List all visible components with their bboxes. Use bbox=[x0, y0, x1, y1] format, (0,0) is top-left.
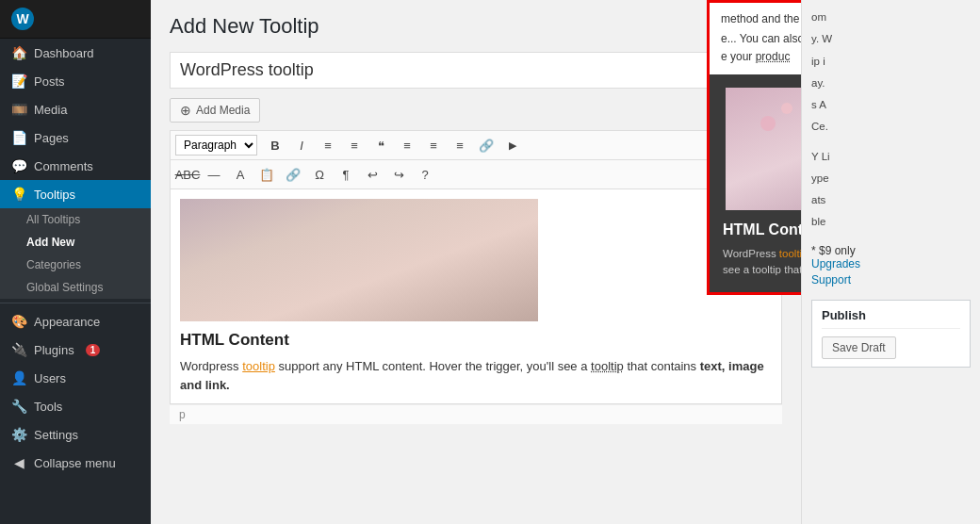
sidebar-item-all-tooltips[interactable]: All Tooltips bbox=[0, 208, 151, 231]
tooltips-icon: 💡 bbox=[11, 187, 26, 202]
sidebar-item-label: Tools bbox=[34, 400, 62, 414]
tooltip-scroll-text3a: e your bbox=[721, 50, 756, 63]
editor-tooltip-underline: tooltip bbox=[591, 359, 624, 373]
indent-button[interactable]: ¶ bbox=[334, 163, 358, 186]
sidebar-item-add-new[interactable]: Add New bbox=[0, 231, 151, 254]
align-right-button[interactable]: ≡ bbox=[448, 134, 472, 156]
tooltip-scroll-link2: produc bbox=[756, 50, 791, 63]
sidebar-item-label: Media bbox=[34, 103, 67, 117]
collapse-icon: ◀ bbox=[11, 455, 26, 470]
add-media-button[interactable]: ⊕ Add Media bbox=[170, 98, 260, 123]
paste-button[interactable]: 📋 bbox=[254, 163, 279, 186]
save-draft-button[interactable]: Save Draft bbox=[822, 336, 896, 359]
sidebar-divider bbox=[0, 303, 151, 303]
editor-paragraph: Wordpress tooltip support any HTML conte… bbox=[180, 357, 772, 394]
bold-button[interactable]: B bbox=[263, 134, 287, 156]
sidebar-item-label: Dashboard bbox=[34, 46, 94, 60]
editor-footer: p bbox=[170, 404, 782, 424]
tooltip-scroll-text-1: method and the hidden method for the too… bbox=[721, 10, 801, 28]
align-left-button[interactable]: ≡ bbox=[395, 134, 419, 156]
main-inner: Add New Tooltip ⊕ Add Media Paragraph He… bbox=[151, 0, 801, 524]
sidebar-item-comments[interactable]: 💬 Comments bbox=[0, 152, 151, 180]
sidebar-item-plugins[interactable]: 🔌 Plugins 1 bbox=[0, 336, 151, 364]
page-title: Add New Tooltip bbox=[170, 14, 782, 39]
link-button[interactable]: 🔗 bbox=[474, 134, 498, 156]
editor-content[interactable]: HTML Content Wordpress tooltip support a… bbox=[170, 189, 782, 404]
tooltip-card-text: WordPress tooltip support any HTML conte… bbox=[723, 246, 801, 280]
tooltip-scroll-area: method and the hidden method for the too… bbox=[707, 0, 801, 74]
toolbar-row-1: Paragraph Heading 1 Heading 2 B I ≡ ≡ ❝ … bbox=[171, 131, 781, 160]
right-panel: om y. W ip i ay. s A Ce. Y Li ype ats bl… bbox=[801, 0, 980, 524]
link2-button[interactable]: 🔗 bbox=[281, 163, 305, 186]
hr-button[interactable]: — bbox=[202, 163, 226, 186]
italic-button[interactable]: I bbox=[289, 134, 314, 156]
sidebar-item-categories[interactable]: Categories bbox=[0, 254, 151, 276]
rp-text-2: y. W bbox=[811, 31, 971, 47]
sidebar-item-label: Tooltips bbox=[34, 188, 75, 202]
global-settings-label: Global Settings bbox=[26, 281, 103, 294]
support-link[interactable]: Support bbox=[811, 273, 971, 287]
rp-list: Y Li ype ats ble bbox=[811, 149, 971, 231]
blockquote-button[interactable]: ❝ bbox=[368, 134, 393, 156]
tooltip-scroll-text-2: e... You can also customize WordPress to… bbox=[721, 30, 801, 48]
svg-point-7 bbox=[438, 254, 449, 266]
svg-point-11 bbox=[781, 103, 792, 114]
sidebar-item-global-settings[interactable]: Global Settings bbox=[0, 276, 151, 299]
rp-pricing: * $9 only Upgrades Support bbox=[811, 244, 971, 287]
sidebar-item-users[interactable]: 👤 Users bbox=[0, 364, 151, 392]
tooltip-card-title: HTML Content bbox=[723, 221, 801, 238]
tooltip-scroll-text2a: e... You can also customize bbox=[721, 32, 801, 45]
rp-list-2: ype bbox=[811, 171, 971, 187]
comments-icon: 💬 bbox=[11, 158, 26, 173]
sidebar-item-label: Users bbox=[34, 371, 66, 385]
sidebar-item-settings[interactable]: ⚙️ Settings bbox=[0, 420, 151, 449]
tooltip-title-input[interactable] bbox=[170, 52, 782, 89]
more-button[interactable]: ▶ bbox=[500, 134, 525, 156]
help-button[interactable]: ? bbox=[413, 163, 437, 186]
add-new-label: Add New bbox=[26, 236, 74, 249]
rp-text-6: Ce. bbox=[811, 119, 971, 135]
rp-list-1: Y Li bbox=[811, 149, 971, 165]
ul-button[interactable]: ≡ bbox=[316, 134, 340, 156]
editor-heading: HTML Content bbox=[180, 331, 772, 350]
svg-point-3 bbox=[240, 217, 252, 228]
rp-price-text: * $9 only bbox=[811, 244, 971, 257]
font-color-button[interactable]: A bbox=[228, 163, 253, 186]
editor-image bbox=[180, 199, 538, 321]
sidebar-item-posts[interactable]: 📝 Posts bbox=[0, 67, 151, 95]
strikethrough-button[interactable]: ABC bbox=[175, 163, 200, 186]
sidebar-item-pages[interactable]: 📄 Pages bbox=[0, 123, 151, 152]
users-icon: 👤 bbox=[11, 370, 26, 385]
sidebar-item-tools[interactable]: 🔧 Tools bbox=[0, 392, 151, 420]
sidebar-item-appearance[interactable]: 🎨 Appearance bbox=[0, 307, 151, 336]
sidebar-item-tooltips[interactable]: 💡 Tooltips bbox=[0, 180, 151, 208]
posts-icon: 📝 bbox=[11, 74, 26, 89]
upgrades-link[interactable]: Upgrades bbox=[811, 257, 971, 270]
sidebar-item-label: Settings bbox=[34, 428, 78, 442]
sidebar-item-label: Pages bbox=[34, 131, 69, 145]
tooltip-card-image bbox=[723, 88, 801, 210]
special-char-button[interactable]: Ω bbox=[307, 163, 332, 186]
wp-logo-icon: W bbox=[11, 8, 34, 30]
plugins-badge: 1 bbox=[86, 344, 101, 356]
format-select[interactable]: Paragraph Heading 1 Heading 2 bbox=[175, 135, 257, 156]
rp-text-1: om bbox=[811, 9, 971, 25]
editor-toolbar: Paragraph Heading 1 Heading 2 B I ≡ ≡ ❝ … bbox=[170, 130, 782, 189]
editor-image-svg bbox=[180, 199, 538, 321]
sidebar-item-dashboard[interactable]: 🏠 Dashboard bbox=[0, 39, 151, 67]
plugins-icon: 🔌 bbox=[11, 342, 26, 357]
sidebar-logo: W bbox=[0, 0, 151, 39]
redo-button[interactable]: ↪ bbox=[386, 163, 411, 186]
undo-button[interactable]: ↩ bbox=[360, 163, 384, 186]
ol-button[interactable]: ≡ bbox=[342, 134, 367, 156]
svg-point-5 bbox=[484, 239, 498, 253]
align-center-button[interactable]: ≡ bbox=[421, 134, 446, 156]
all-tooltips-label: All Tooltips bbox=[26, 213, 80, 226]
sidebar-item-collapse[interactable]: ◀ Collapse menu bbox=[0, 449, 151, 477]
tooltips-submenu: All Tooltips Add New Categories Global S… bbox=[0, 208, 151, 299]
tooltip-popup-container: method and the hidden method for the too… bbox=[707, 0, 801, 295]
editor-tooltip-link[interactable]: tooltip bbox=[242, 359, 275, 373]
sidebar-item-media[interactable]: 🎞️ Media bbox=[0, 95, 151, 123]
svg-point-4 bbox=[464, 219, 481, 236]
editor-text-1: Wordpress bbox=[180, 359, 242, 373]
